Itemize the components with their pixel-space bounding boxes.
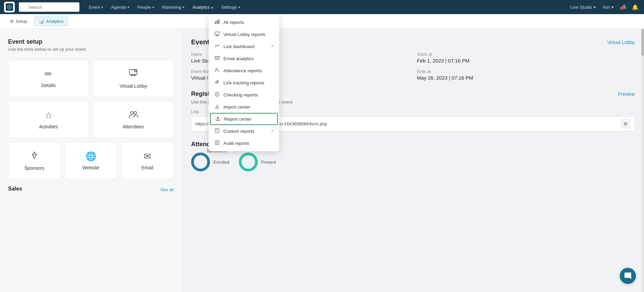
main-content: Event setup Use the tools below to set u… bbox=[0, 29, 644, 292]
nav-analytics[interactable]: Analytics ▴ bbox=[189, 3, 216, 11]
svg-rect-9 bbox=[218, 19, 219, 24]
globe-icon: 🌐 bbox=[85, 151, 96, 162]
tab-setup[interactable]: ⚙ Setup bbox=[5, 16, 32, 26]
chevron-down-icon: ▾ bbox=[183, 5, 184, 9]
audit-icon bbox=[214, 140, 220, 146]
external-link-icon: ↗ bbox=[271, 44, 274, 49]
virtual-lobby-icon bbox=[214, 31, 220, 37]
dropdown-item-report-center[interactable]: Report center bbox=[210, 113, 278, 125]
svg-point-5 bbox=[131, 112, 133, 114]
external-link-icon: ↗ bbox=[271, 129, 274, 133]
dropdown-item-all-reports[interactable]: All reports bbox=[209, 16, 279, 28]
pencil-icon: ✏ bbox=[45, 69, 52, 79]
chevron-down-icon: ▾ bbox=[238, 5, 240, 9]
dropdown-item-custom-reports[interactable]: Custom reports ↗ bbox=[209, 125, 279, 137]
import-icon bbox=[214, 104, 220, 110]
gear-icon: ⚙ bbox=[10, 19, 14, 24]
tab-analytics[interactable]: 📊 Analytics bbox=[34, 16, 68, 26]
email-analytics-icon bbox=[214, 55, 220, 61]
chevron-down-icon: ▾ bbox=[611, 5, 614, 10]
present-donut bbox=[239, 153, 258, 171]
svg-rect-12 bbox=[215, 56, 219, 59]
dropdown-item-email-analytics[interactable]: Email analytics bbox=[209, 52, 279, 65]
preview-link[interactable]: Preview bbox=[618, 91, 635, 97]
scroll-thumb[interactable] bbox=[641, 29, 644, 56]
live-dashboard-icon bbox=[214, 43, 220, 49]
card-website[interactable]: 🌐 Website bbox=[65, 142, 117, 179]
svg-point-11 bbox=[216, 45, 217, 46]
chevron-down-icon: ▾ bbox=[128, 5, 129, 9]
nav-agenda[interactable]: Agenda ▾ bbox=[108, 3, 133, 11]
left-panel: Event setup Use the tools below to set u… bbox=[0, 29, 182, 292]
custom-reports-icon bbox=[214, 128, 220, 134]
copy-link-button[interactable]: ⧉ bbox=[621, 119, 630, 128]
dropdown-item-link-tracking[interactable]: Link tracking reports bbox=[209, 77, 279, 89]
cards-row-1: ✏ Details Virtual Lobby bbox=[8, 60, 174, 97]
enrolled-status: Enrolled bbox=[191, 153, 229, 171]
search-wrap: 🔍 bbox=[19, 2, 79, 12]
link-tracking-icon bbox=[214, 80, 220, 86]
dropdown-item-import-center[interactable]: Import center bbox=[209, 101, 279, 113]
chevron-down-icon: ▾ bbox=[101, 5, 103, 9]
enrolled-label: Enrolled bbox=[213, 160, 229, 165]
megaphone-icon[interactable]: 📣 bbox=[618, 3, 628, 12]
present-status: Present bbox=[239, 153, 276, 171]
dropdown-item-virtual-lobby[interactable]: Virtual Lobby reports bbox=[209, 28, 279, 40]
notification-bell-icon[interactable]: 🔔 bbox=[631, 3, 640, 12]
user-menu[interactable]: Ash ▾ bbox=[601, 3, 616, 11]
dropdown-item-attendance[interactable]: Attendance reports bbox=[209, 65, 279, 77]
card-activities[interactable]: ☆ Activities bbox=[8, 101, 89, 138]
attendance-icon bbox=[214, 68, 220, 74]
diamond-icon bbox=[30, 151, 39, 162]
nav-settings[interactable]: Settings ▾ bbox=[218, 3, 243, 11]
svg-point-6 bbox=[134, 112, 137, 114]
chevron-down-icon: ▾ bbox=[594, 5, 596, 10]
sales-header: Sales See all bbox=[8, 186, 174, 193]
chat-button[interactable] bbox=[620, 268, 636, 284]
event-setup-title: Event setup bbox=[8, 38, 174, 45]
nav-event[interactable]: Event ▾ bbox=[85, 3, 106, 11]
card-sponsors[interactable]: Sponsors bbox=[8, 142, 61, 179]
attendee-status-row: Enrolled Present bbox=[191, 153, 635, 171]
sales-title: Sales bbox=[8, 186, 22, 192]
nav-people[interactable]: People ▾ bbox=[134, 3, 157, 11]
email-icon: ✉ bbox=[144, 151, 151, 162]
analytics-dropdown: All reports Virtual Lobby reports Live d… bbox=[209, 14, 279, 151]
dropdown-item-checklog[interactable]: Checklog reports bbox=[209, 89, 279, 101]
svg-rect-7 bbox=[215, 22, 216, 24]
detail-starts-at: Starts at Feb 1, 2023 | 07:16 PM bbox=[417, 52, 635, 64]
card-email[interactable]: ✉ Email bbox=[121, 142, 174, 179]
chevron-down-icon: ▾ bbox=[152, 5, 154, 9]
scrollbar[interactable] bbox=[641, 29, 644, 292]
app-logo[interactable] bbox=[4, 2, 15, 12]
card-attendees[interactable]: Attendees bbox=[93, 101, 174, 138]
event-setup-subtitle: Use the tools below to set up your event bbox=[8, 47, 174, 52]
nav-items: Event ▾ Agenda ▾ People ▾ Marketing ▾ An… bbox=[85, 3, 568, 11]
analytics-icon: 📊 bbox=[39, 19, 44, 24]
see-all-link[interactable]: See all bbox=[160, 187, 174, 192]
detail-ends-at: Ends at May 26, 2023 | 07:16 PM bbox=[417, 69, 635, 81]
enrolled-donut bbox=[191, 153, 210, 171]
svg-point-2 bbox=[9, 6, 10, 8]
nav-marketing[interactable]: Marketing ▾ bbox=[159, 3, 188, 11]
cards-row-2: ☆ Activities Attendees bbox=[8, 101, 174, 138]
nav-right: Live Studio ▾ Ash ▾ 📣 🔔 bbox=[568, 3, 640, 12]
virtual-lobby-link[interactable]: Virtual Lobby bbox=[607, 40, 635, 45]
report-center-icon bbox=[215, 116, 221, 122]
live-studio-selector[interactable]: Live Studio ▾ bbox=[568, 3, 598, 11]
svg-rect-10 bbox=[215, 32, 219, 35]
bar-chart-icon bbox=[214, 19, 220, 25]
dropdown-item-audit-reports[interactable]: Audit reports bbox=[209, 137, 279, 149]
sub-nav: ⚙ Setup 📊 Analytics bbox=[0, 14, 644, 29]
monitor-icon bbox=[129, 68, 138, 80]
star-icon: ☆ bbox=[45, 110, 52, 121]
checklog-icon bbox=[214, 92, 220, 98]
people-icon bbox=[129, 110, 138, 121]
present-label: Present bbox=[261, 160, 276, 165]
card-virtual-lobby[interactable]: Virtual Lobby bbox=[93, 60, 174, 97]
card-details[interactable]: ✏ Details bbox=[8, 60, 89, 97]
dropdown-item-live-dashboard[interactable]: Live dashboard ↗ bbox=[209, 40, 279, 52]
search-input[interactable] bbox=[19, 2, 79, 12]
top-nav: 🔍 Event ▾ Agenda ▾ People ▾ Marketing ▾ … bbox=[0, 0, 644, 14]
chevron-up-icon: ▴ bbox=[211, 5, 213, 9]
